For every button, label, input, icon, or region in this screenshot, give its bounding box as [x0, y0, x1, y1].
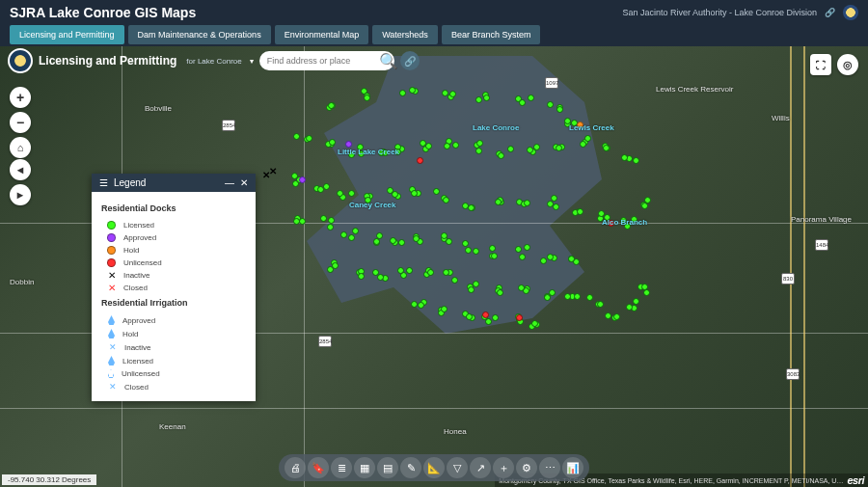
link-icon[interactable]: 🔗 [825, 8, 835, 17]
dock-marker[interactable] [519, 99, 526, 106]
dock-marker[interactable] [299, 218, 306, 225]
dock-marker[interactable] [586, 294, 593, 301]
chart-button[interactable]: 📊 [562, 457, 583, 478]
dock-marker[interactable] [515, 246, 522, 253]
dock-marker[interactable] [444, 143, 450, 149]
dock-marker[interactable] [641, 203, 648, 209]
dock-marker[interactable] [441, 306, 448, 312]
chevron-down-icon[interactable]: ▾ [250, 57, 254, 66]
dock-marker-red[interactable] [417, 157, 423, 164]
dock-marker[interactable] [420, 140, 426, 147]
dock-marker[interactable] [556, 106, 563, 113]
dock-marker[interactable] [489, 245, 496, 252]
dock-marker[interactable] [397, 267, 404, 274]
print-button[interactable]: 🖨 [285, 457, 306, 478]
share-button[interactable]: ↗ [470, 457, 491, 478]
next-extent-button[interactable]: ► [10, 184, 31, 205]
tab-watersheds[interactable]: Watersheds [372, 25, 438, 44]
dock-marker[interactable] [451, 277, 458, 284]
dock-marker[interactable] [348, 190, 355, 197]
tab-bear-branch-system[interactable]: Bear Branch System [442, 25, 541, 44]
basemap-button[interactable]: ▦ [354, 457, 375, 478]
dock-marker-red[interactable] [482, 311, 489, 318]
dock-marker[interactable] [524, 244, 530, 251]
table-button[interactable]: ▤ [377, 457, 398, 478]
dock-marker[interactable] [443, 269, 449, 276]
dock-marker[interactable] [483, 95, 490, 101]
dock-marker[interactable] [580, 141, 586, 148]
dock-marker[interactable] [292, 180, 299, 187]
more-button[interactable]: ⋯ [539, 457, 560, 478]
home-button[interactable]: ⌂ [10, 137, 31, 158]
dock-marker[interactable] [540, 257, 547, 264]
layers-button[interactable]: ≣ [331, 457, 352, 478]
dock-marker[interactable] [633, 157, 639, 164]
dock-marker[interactable] [497, 289, 503, 296]
dock-marker[interactable] [364, 95, 370, 101]
dock-marker[interactable] [544, 294, 551, 301]
dock-marker-purple[interactable] [345, 141, 352, 148]
minimize-icon[interactable]: — [225, 177, 234, 188]
dock-marker[interactable] [418, 302, 424, 309]
dock-marker[interactable] [433, 188, 440, 195]
dock-marker[interactable] [452, 142, 459, 149]
dock-marker-purple[interactable] [299, 176, 306, 183]
add-button[interactable]: ＋ [493, 457, 514, 478]
dock-marker[interactable] [507, 146, 514, 152]
dock-marker[interactable] [462, 240, 469, 247]
dock-marker[interactable] [491, 253, 498, 259]
tab-licensing-and-permitting[interactable]: Licensing and Permitting [10, 25, 124, 44]
close-icon[interactable]: ✕ [240, 177, 248, 188]
dock-marker[interactable] [390, 237, 396, 244]
dock-marker[interactable] [348, 234, 355, 241]
dock-marker[interactable] [466, 313, 473, 320]
dock-marker[interactable] [533, 144, 540, 150]
dock-marker-red[interactable] [516, 314, 523, 321]
dock-marker[interactable] [528, 95, 534, 101]
dock-marker[interactable] [337, 190, 343, 197]
search-box[interactable]: 🔍 [259, 51, 394, 70]
dock-marker[interactable] [443, 197, 449, 203]
filter-button[interactable]: ▽ [447, 457, 468, 478]
dock-marker[interactable] [411, 301, 418, 308]
dock-marker[interactable] [621, 154, 628, 161]
dock-marker-inactive[interactable]: ✕ [269, 166, 277, 176]
dock-marker[interactable] [468, 286, 475, 293]
dock-marker[interactable] [547, 254, 554, 260]
tab-environmental-map[interactable]: Environmental Map [275, 25, 369, 44]
measure-button[interactable]: 📐 [423, 457, 445, 478]
dock-marker[interactable] [327, 266, 334, 273]
tab-dam-maintenance-operations[interactable]: Dam Maintenance & Operations [128, 25, 271, 44]
dock-marker[interactable] [547, 101, 554, 108]
dock-marker[interactable] [553, 203, 559, 210]
dock-marker[interactable] [465, 247, 472, 254]
dock-marker[interactable] [597, 301, 604, 308]
dock-marker[interactable] [492, 314, 499, 321]
dock-marker[interactable] [574, 293, 581, 300]
prev-extent-button[interactable]: ◄ [10, 159, 31, 180]
dock-marker[interactable] [398, 239, 405, 246]
dock-marker[interactable] [306, 135, 312, 142]
locate-button[interactable]: ◎ [837, 54, 858, 75]
dock-marker[interactable] [556, 145, 562, 151]
dock-marker[interactable] [473, 281, 479, 287]
dock-marker[interactable] [633, 298, 639, 305]
dock-marker[interactable] [320, 215, 327, 222]
dock-marker[interactable] [358, 273, 365, 280]
search-icon[interactable]: 🔍 [379, 52, 398, 70]
dock-marker[interactable] [498, 152, 504, 159]
dock-marker[interactable] [399, 90, 406, 96]
dock-marker[interactable] [425, 143, 432, 149]
dock-marker[interactable] [527, 147, 533, 153]
dock-marker[interactable] [495, 199, 502, 205]
dock-marker[interactable] [427, 269, 434, 276]
bookmark-button[interactable]: 🔖 [308, 457, 329, 478]
dock-marker[interactable] [328, 217, 335, 224]
dock-marker[interactable] [584, 135, 591, 142]
zoom-in-button[interactable]: + [10, 87, 31, 108]
dock-marker[interactable] [519, 254, 526, 260]
dock-marker[interactable] [524, 200, 530, 206]
dock-marker[interactable] [317, 186, 324, 193]
link-button[interactable]: 🔗 [400, 51, 420, 70]
dock-marker[interactable] [551, 195, 557, 202]
